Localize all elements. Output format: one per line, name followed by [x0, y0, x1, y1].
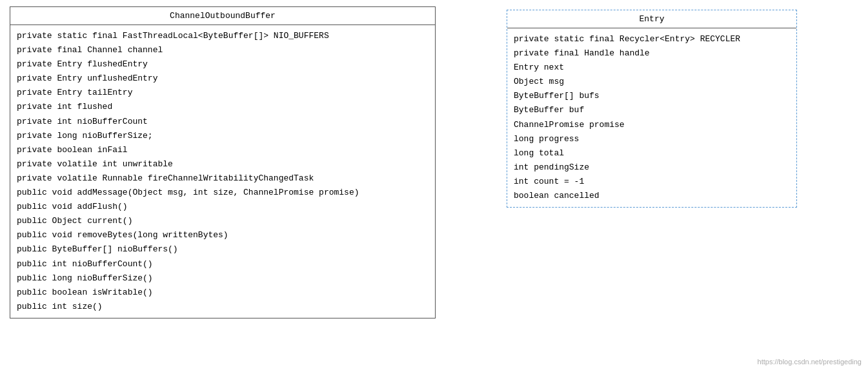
- list-item: private static final FastThreadLocal<Byt…: [17, 29, 429, 43]
- list-item: ByteBuffer[] bufs: [514, 89, 790, 103]
- list-item: public void addFlush(): [17, 200, 429, 214]
- list-item: private int nioBufferCount: [17, 115, 429, 129]
- list-item: boolean cancelled: [514, 189, 790, 203]
- list-item: private int flushed: [17, 100, 429, 114]
- list-item: private static final Recycler<Entry> REC…: [514, 32, 790, 46]
- left-class-body: private static final FastThreadLocal<Byt…: [10, 25, 435, 318]
- list-item: public Object current(): [17, 214, 429, 228]
- list-item: long total: [514, 146, 790, 161]
- list-item: private long nioBufferSize;: [17, 129, 429, 143]
- list-item: public long nioBufferSize(): [17, 271, 429, 286]
- list-item: int pendingSize: [514, 161, 790, 175]
- list-item: Entry next: [514, 61, 790, 75]
- list-item: ByteBuffer buf: [514, 103, 790, 117]
- list-item: long progress: [514, 132, 790, 146]
- list-item: Object msg: [514, 75, 790, 89]
- left-class-title: ChannelOutboundBuffer: [10, 7, 435, 25]
- list-item: private boolean inFail: [17, 143, 429, 157]
- list-item: int count = -1: [514, 175, 790, 189]
- right-class-body: private static final Recycler<Entry> REC…: [507, 28, 796, 207]
- list-item: private volatile Runnable fireChannelWri…: [17, 171, 429, 186]
- list-item: ChannelPromise promise: [514, 118, 790, 132]
- list-item: public void addMessage(Object msg, int s…: [17, 186, 429, 200]
- list-item: private final Handle handle: [514, 46, 790, 61]
- list-item: private Entry flushedEntry: [17, 57, 429, 72]
- list-item: public ByteBuffer[] nioBuffers(): [17, 242, 429, 257]
- list-item: private Entry unflushedEntry: [17, 72, 429, 86]
- watermark-text: https://blog.csdn.net/prestigeding: [758, 358, 862, 366]
- list-item: private volatile int unwritable: [17, 157, 429, 171]
- list-item: private final Channel channel: [17, 43, 429, 57]
- right-class-title: Entry: [507, 10, 796, 28]
- list-item: public int nioBufferCount(): [17, 257, 429, 271]
- list-item: private Entry tailEntry: [17, 86, 429, 100]
- list-item: public boolean isWritable(): [17, 286, 429, 300]
- left-class-box: ChannelOutboundBuffer private static fin…: [10, 6, 436, 318]
- right-class-box: Entry private static final Recycler<Entr…: [507, 10, 797, 208]
- list-item: public int size(): [17, 300, 429, 314]
- list-item: public void removeBytes(long writtenByte…: [17, 228, 429, 242]
- page-container: ChannelOutboundBuffer private static fin…: [0, 0, 868, 325]
